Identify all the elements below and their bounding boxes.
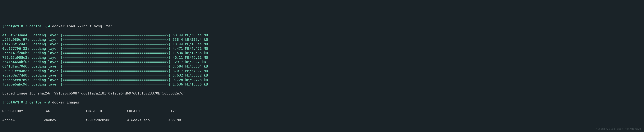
command-text: docker images xyxy=(52,100,79,104)
layer-id: 0f1205f1cd43 xyxy=(2,42,27,46)
layer-id: a588c986cf97 xyxy=(2,37,27,41)
cell-repository: <none> xyxy=(2,118,15,122)
layer-id: 7cbce6cc8789 xyxy=(2,78,27,82)
layer-line: 783b13a988e3: Loading layer [===========… xyxy=(2,55,642,60)
progress-bar: [=======================================… xyxy=(60,51,170,55)
layer-status: Loading layer xyxy=(32,33,58,37)
progress-bar: [=======================================… xyxy=(60,46,170,50)
progress-bar: [=======================================… xyxy=(60,60,170,64)
layer-id: 3d4164460bf0 xyxy=(2,60,27,64)
layer-id: 2566141f200b xyxy=(2,51,27,55)
terminal-output: [root@VM_0_3_centos ~]# docker load --in… xyxy=(2,19,642,127)
layer-status: Loading layer xyxy=(32,42,58,46)
layer-line: 604fdfac70d6: Loading layer [===========… xyxy=(2,64,642,68)
layer-size: 5.632 kB/5.632 kB xyxy=(170,73,208,77)
layer-size: 370.7 MB/370.7 MB xyxy=(170,69,208,73)
layers-container: ef68f6734aa4: Loading layer [===========… xyxy=(2,33,642,87)
layer-id: a60ab8a77dd8 xyxy=(2,73,27,77)
layer-status: Loading layer xyxy=(32,78,58,82)
header-tag: TAG xyxy=(44,109,50,113)
layer-status: Loading layer xyxy=(32,82,58,86)
layer-line: 3d4164460bf0: Loading layer [===========… xyxy=(2,60,642,64)
images-row: <none> <none> f991c20cb508 4 weeks ago 4… xyxy=(2,118,642,122)
progress-bar: [=======================================… xyxy=(60,33,170,37)
layer-id: 0ad177796f33 xyxy=(2,46,27,50)
layer-status: Loading layer xyxy=(32,51,58,55)
watermark: https://blog.csdn.net/qinaye xyxy=(596,127,641,131)
layer-line: 0ad177796f33: Loading layer [===========… xyxy=(2,46,642,51)
shell-prompt: [root@VM_0_3_centos ~]# xyxy=(2,24,50,28)
progress-bar: [=======================================… xyxy=(60,55,170,59)
loaded-image-line: Loaded image ID: sha256:f991c20cb5087fdd… xyxy=(2,91,642,96)
layer-line: 2566141f200b: Loading layer [===========… xyxy=(2,51,642,55)
layer-size: 1.536 kB/1.536 kB xyxy=(170,51,208,55)
cell-size: 486 MB xyxy=(168,118,181,122)
header-image-id: IMAGE ID xyxy=(86,109,102,113)
progress-bar: [=======================================… xyxy=(60,69,170,73)
cell-created: 4 weeks ago xyxy=(127,118,150,122)
layer-size: 338.4 kB/338.4 kB xyxy=(170,37,208,41)
layer-size: 58.44 MB/58.44 MB xyxy=(170,33,208,37)
cell-tag: <none> xyxy=(44,118,56,122)
progress-bar: [=======================================… xyxy=(60,82,170,86)
progress-bar: [=======================================… xyxy=(60,42,170,46)
layer-status: Loading layer xyxy=(32,73,58,77)
layer-size: 9.728 kB/9.728 kB xyxy=(170,78,208,82)
header-size: SIZE xyxy=(168,109,177,113)
layer-status: Loading layer xyxy=(32,64,58,68)
layer-id: ef68f6734aa4 xyxy=(2,33,27,37)
command-text: docker load --input mysql.tar xyxy=(52,24,112,28)
layer-line: 7cbce6cc8789: Loading layer [===========… xyxy=(2,78,642,82)
layer-line: a60ab8a77dd8: Loading layer [===========… xyxy=(2,73,642,77)
progress-bar: [=======================================… xyxy=(60,64,170,68)
layer-size: 10.44 MB/10.44 MB xyxy=(170,42,208,46)
layer-line: 0f1205f1cd43: Loading layer [===========… xyxy=(2,42,642,46)
layer-line: 2c9d91cea48c: Loading layer [===========… xyxy=(2,69,642,73)
layer-size: 46.11 MB/46.11 MB xyxy=(170,55,208,59)
prompt-line-1[interactable]: [root@VM_0_3_centos ~]# docker load --in… xyxy=(2,24,642,28)
layer-id: 604fdfac70d6 xyxy=(2,64,27,68)
progress-bar: [=======================================… xyxy=(60,37,170,41)
layer-id: 2c9d91cea48c xyxy=(2,69,27,73)
layer-size: 4.471 MB/4.471 MB xyxy=(170,46,208,50)
layer-status: Loading layer xyxy=(32,60,58,64)
layer-id: fc20be6abc9d xyxy=(2,82,27,86)
progress-bar: [=======================================… xyxy=(60,73,170,77)
header-repository: REPOSITORY xyxy=(2,109,23,113)
layer-status: Loading layer xyxy=(32,55,58,59)
layer-line: a588c986cf97: Loading layer [===========… xyxy=(2,37,642,42)
layer-line: ef68f6734aa4: Loading layer [===========… xyxy=(2,33,642,37)
prompt-line-2[interactable]: [root@VM_0_3_centos ~]# docker images xyxy=(2,100,642,105)
layer-line: fc20be6abc9d: Loading layer [===========… xyxy=(2,82,642,87)
images-header: REPOSITORY TAG IMAGE ID CREATED SIZE xyxy=(2,109,642,113)
layer-size: 1.536 kB/1.536 kB xyxy=(170,82,208,86)
cell-image-id: f991c20cb508 xyxy=(86,118,110,122)
layer-status: Loading layer xyxy=(32,69,58,73)
layer-status: Loading layer xyxy=(32,46,58,50)
layer-size: 3.584 kB/3.584 kB xyxy=(170,64,208,68)
progress-bar: [=======================================… xyxy=(60,78,170,82)
header-created: CREATED xyxy=(127,109,142,113)
layer-id: 783b13a988e3 xyxy=(2,55,27,59)
layer-status: Loading layer xyxy=(32,37,58,41)
shell-prompt: [root@VM_0_3_centos ~]# xyxy=(2,100,50,104)
layer-size: 29.7 kB/29.7 kB xyxy=(170,60,206,64)
